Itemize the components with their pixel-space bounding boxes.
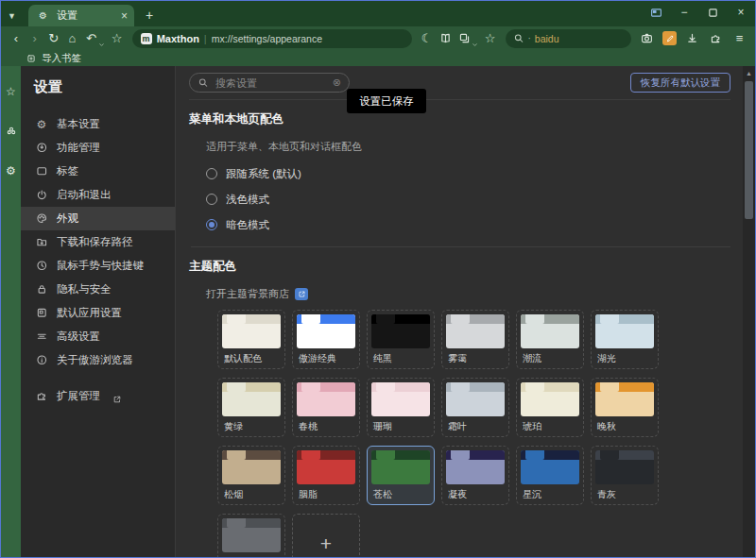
theme-card[interactable]: 傲游经典 bbox=[292, 310, 360, 369]
theme-card[interactable]: 苍松 bbox=[367, 446, 435, 505]
extension-manager-item[interactable]: 扩展管理 bbox=[21, 384, 175, 408]
screenshot-camera-icon[interactable] bbox=[639, 30, 655, 46]
clear-icon[interactable]: ⊗ bbox=[333, 76, 341, 89]
theme-card[interactable]: 青灰 bbox=[591, 446, 659, 505]
favorites-star-icon[interactable]: ☆ bbox=[5, 85, 18, 98]
theme-name: 黄绿 bbox=[222, 420, 281, 433]
settings-nav-item[interactable]: 功能管理 bbox=[21, 136, 175, 160]
sliders-icon bbox=[35, 330, 48, 344]
theme-swatch bbox=[297, 314, 355, 348]
theme-card[interactable]: 胭脂 bbox=[292, 446, 360, 505]
radio-label: 浅色模式 bbox=[226, 193, 269, 207]
theme-name: 青灰 bbox=[595, 488, 654, 501]
extensions-icon[interactable] bbox=[708, 30, 724, 46]
theme-card[interactable]: 珊瑚 bbox=[367, 378, 435, 437]
theme-card[interactable]: 湖光 bbox=[591, 310, 659, 369]
note-pen-icon[interactable] bbox=[662, 31, 677, 45]
theme-card[interactable]: 纯黑 bbox=[367, 310, 435, 369]
undo-dropdown-icon[interactable] bbox=[98, 35, 105, 42]
active-tab[interactable]: ⚙ 设置 × bbox=[28, 5, 134, 26]
nav-item-label: 高级设置 bbox=[57, 330, 100, 344]
settings-nav-item[interactable]: 关于傲游浏览器 bbox=[21, 348, 175, 372]
search-box[interactable]: · baidu bbox=[506, 29, 632, 48]
settings-nav-item[interactable]: 鼠标手势与快捷键 bbox=[21, 254, 175, 278]
settings-search-input[interactable] bbox=[214, 76, 328, 90]
add-theme-button[interactable]: + bbox=[292, 514, 360, 557]
url-text[interactable]: mx://settings/appearance bbox=[212, 33, 322, 44]
minimize-button[interactable]: − bbox=[678, 6, 691, 19]
settings-nav-item[interactable]: 高级设置 bbox=[21, 325, 175, 348]
theme-card[interactable]: 晚秋 bbox=[591, 378, 659, 437]
theme-card[interactable]: 春桃 bbox=[292, 378, 360, 437]
home-icon[interactable]: ⌂ bbox=[65, 30, 80, 46]
back-icon[interactable]: ‹ bbox=[9, 30, 24, 46]
external-link-icon[interactable] bbox=[295, 288, 308, 300]
tab-close-icon[interactable]: × bbox=[121, 9, 128, 23]
reader-mode-icon[interactable]: ☾ bbox=[420, 30, 435, 46]
search-engine-name[interactable]: baidu bbox=[535, 33, 559, 44]
theme-card[interactable]: 松烟 bbox=[217, 446, 285, 505]
theme-card[interactable]: 默认配色 bbox=[217, 310, 285, 369]
scrollbar-thumb[interactable] bbox=[745, 81, 753, 219]
restore-defaults-button[interactable]: 恢复所有默认设置 bbox=[630, 73, 730, 93]
lock-icon bbox=[35, 283, 48, 296]
theme-name: 纯黑 bbox=[371, 352, 430, 365]
settings-nav-item[interactable]: 默认应用设置 bbox=[21, 301, 175, 325]
scroll-up-button[interactable]: ▲ bbox=[743, 66, 755, 79]
settings-nav-item[interactable]: 标签 bbox=[21, 160, 175, 183]
settings-gear-icon[interactable]: ⚙ bbox=[5, 164, 18, 178]
theme-name: 暗夜 bbox=[222, 556, 281, 557]
theme-store-link[interactable]: 打开主题背景商店 bbox=[206, 287, 289, 301]
theme-card[interactable]: 琥珀 bbox=[516, 378, 584, 437]
snap-dropdown-icon[interactable] bbox=[472, 35, 478, 42]
address-bar[interactable]: m Maxthon | mx://settings/appearance bbox=[132, 29, 412, 48]
close-button[interactable]: × bbox=[734, 6, 747, 19]
radio-option[interactable]: 浅色模式 bbox=[206, 193, 730, 206]
theme-card[interactable]: 雾霭 bbox=[441, 310, 509, 369]
tab-list-chevron-icon[interactable]: ▼ bbox=[8, 11, 16, 21]
favorite-star-icon[interactable]: ☆ bbox=[110, 30, 125, 46]
forward-icon[interactable]: › bbox=[27, 30, 43, 46]
maximize-button[interactable] bbox=[706, 6, 719, 19]
titlebar: ▼ ⚙ 设置 × + − × bbox=[1, 1, 755, 26]
import-bookmarks-button[interactable]: 导入书签 bbox=[42, 52, 81, 65]
settings-nav-item[interactable]: 外观 bbox=[21, 207, 175, 230]
radio-option[interactable]: 跟随系统 (默认) bbox=[206, 167, 730, 180]
favorites-manager-icon[interactable]: ☆ bbox=[483, 30, 498, 46]
section-divider bbox=[191, 246, 730, 247]
theme-swatch bbox=[297, 382, 355, 416]
theme-card[interactable]: 星沉 bbox=[516, 446, 584, 505]
settings-favicon-gear-icon: ⚙ bbox=[35, 8, 51, 24]
radio-icon[interactable] bbox=[206, 219, 217, 230]
download-icon[interactable] bbox=[684, 30, 700, 46]
settings-nav-item[interactable]: 启动和退出 bbox=[21, 183, 175, 207]
theme-card[interactable]: 暗夜 bbox=[217, 514, 285, 557]
snap-icon[interactable] bbox=[456, 30, 472, 46]
skin-flower-icon[interactable] bbox=[5, 125, 18, 138]
settings-search[interactable]: ⊗ bbox=[189, 73, 350, 93]
section-title-menu-colors: 菜单和本地页配色 bbox=[189, 111, 730, 127]
theme-name: 苍松 bbox=[371, 488, 430, 501]
toolbar: ‹ › ↻ ⌂ ↶ ☆ m Maxthon | mx://settings/ap… bbox=[1, 26, 755, 50]
reading-list-icon[interactable] bbox=[438, 30, 453, 46]
radio-icon[interactable] bbox=[206, 168, 217, 179]
bookmarks-bar: 导入书签 bbox=[1, 50, 755, 66]
theme-card[interactable]: 潮流 bbox=[516, 310, 584, 369]
settings-nav-item[interactable]: ⚙基本设置 bbox=[21, 112, 175, 136]
settings-nav-item[interactable]: 隐私与安全 bbox=[21, 278, 175, 301]
menu-icon[interactable]: ≡ bbox=[731, 30, 747, 46]
undo-icon[interactable]: ↶ bbox=[83, 30, 98, 46]
boss-key-icon[interactable] bbox=[649, 6, 662, 19]
theme-name: 霜叶 bbox=[446, 420, 505, 433]
theme-card[interactable]: 凝夜 bbox=[441, 446, 509, 505]
settings-nav-item[interactable]: 下载和保存路径 bbox=[21, 230, 175, 254]
theme-card[interactable]: 霜叶 bbox=[441, 378, 509, 437]
refresh-icon[interactable]: ↻ bbox=[46, 30, 61, 46]
radio-option[interactable]: 暗色模式 bbox=[206, 218, 730, 231]
theme-name: 松烟 bbox=[222, 488, 281, 501]
scrollbar[interactable]: ▲ bbox=[743, 66, 755, 557]
search-engine-caret[interactable]: · bbox=[528, 33, 531, 43]
theme-card[interactable]: 黄绿 bbox=[217, 378, 285, 437]
new-tab-button[interactable]: + bbox=[146, 8, 153, 22]
radio-icon[interactable] bbox=[206, 194, 217, 205]
